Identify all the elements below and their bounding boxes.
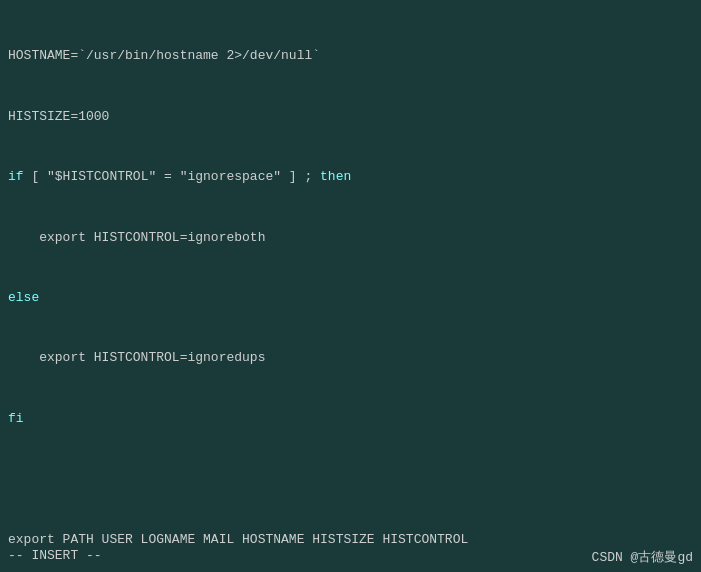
line-3: if [ "$HISTCONTROL" = "ignorespace" ] ; … <box>8 167 693 187</box>
line-5: else <box>8 288 693 308</box>
line-8 <box>8 469 693 489</box>
line-9: export PATH USER LOGNAME MAIL HOSTNAME H… <box>8 530 693 550</box>
watermark-label: CSDN @古德曼gd <box>592 548 693 566</box>
line-1: HOSTNAME=`/usr/bin/hostname 2>/dev/null` <box>8 46 693 66</box>
line-7: fi <box>8 409 693 429</box>
terminal-window: HOSTNAME=`/usr/bin/hostname 2>/dev/null`… <box>0 0 701 572</box>
code-content: HOSTNAME=`/usr/bin/hostname 2>/dev/null`… <box>8 6 693 572</box>
line-2: HISTSIZE=1000 <box>8 107 693 127</box>
insert-mode-label: -- INSERT -- <box>8 548 102 566</box>
line-4: export HISTCONTROL=ignoreboth <box>8 228 693 248</box>
status-bar: -- INSERT -- CSDN @古德曼gd <box>0 548 701 566</box>
line-6: export HISTCONTROL=ignoredups <box>8 348 693 368</box>
